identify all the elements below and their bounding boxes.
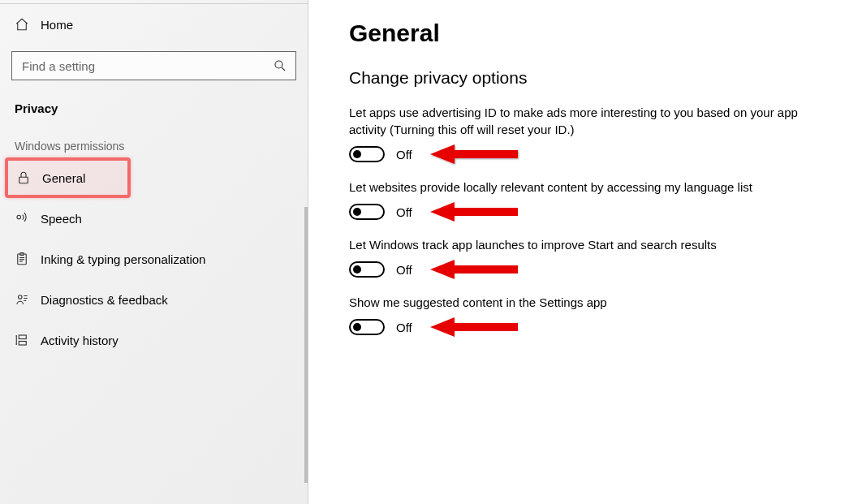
sidebar-item-inking[interactable]: Inking & typing personalization — [0, 239, 308, 279]
toggle-state-label: Off — [396, 263, 412, 277]
sidebar-item-speech-label: Speech — [41, 212, 82, 226]
search-input-container[interactable] — [11, 51, 296, 80]
toggle-track-launches[interactable] — [349, 261, 385, 278]
home-icon — [15, 17, 29, 32]
setting-suggested-content: Show me suggested content in the Setting… — [349, 294, 820, 335]
sidebar: Home Privacy Windows permissions General — [0, 0, 308, 504]
sidebar-item-diagnostics-label: Diagnostics & feedback — [41, 293, 168, 307]
sidebar-item-diagnostics[interactable]: Diagnostics & feedback — [0, 279, 308, 320]
search-input[interactable] — [20, 58, 273, 74]
setting-track-launches: Let Windows track app launches to improv… — [349, 236, 820, 278]
sidebar-item-speech[interactable]: Speech — [0, 198, 308, 239]
setting-desc: Let websites provide locally relevant co… — [349, 179, 820, 196]
svg-rect-13 — [19, 335, 26, 339]
svg-marker-16 — [430, 202, 518, 222]
setting-desc: Show me suggested content in the Setting… — [349, 294, 820, 311]
feedback-icon — [15, 292, 29, 307]
sidebar-home-label: Home — [41, 18, 73, 32]
speech-icon — [15, 211, 29, 226]
toggle-state-label: Off — [396, 205, 412, 219]
svg-marker-17 — [430, 260, 518, 279]
toggle-language-list[interactable] — [349, 204, 385, 220]
svg-line-1 — [282, 67, 285, 71]
svg-marker-18 — [430, 317, 518, 337]
toggle-state-label: Off — [396, 148, 412, 162]
sidebar-item-inking-label: Inking & typing personalization — [41, 252, 205, 266]
sidebar-scrollbar[interactable] — [304, 207, 308, 483]
page-title: General — [349, 19, 833, 47]
setting-desc: Let Windows track app launches to improv… — [349, 236, 820, 253]
svg-point-9 — [19, 295, 23, 299]
setting-advertising-id: Let apps use advertising ID to make ads … — [349, 104, 820, 162]
annotation-arrow-icon — [430, 257, 519, 282]
svg-marker-15 — [430, 144, 518, 164]
toggle-advertising-id[interactable] — [349, 146, 385, 162]
sidebar-category-title: Privacy — [0, 87, 308, 123]
annotation-arrow-icon — [430, 200, 519, 224]
toggle-suggested-content[interactable] — [349, 319, 385, 335]
annotation-arrow-icon — [430, 142, 519, 166]
clipboard-icon — [15, 252, 29, 266]
search-icon — [273, 58, 287, 73]
sidebar-group-label: Windows permissions — [0, 123, 308, 157]
sidebar-item-general[interactable]: General — [8, 161, 127, 195]
toggle-state-label: Off — [396, 321, 412, 334]
svg-rect-2 — [19, 177, 28, 183]
setting-language-list: Let websites provide locally relevant co… — [349, 179, 820, 220]
setting-desc: Let apps use advertising ID to make ads … — [349, 104, 820, 138]
svg-point-3 — [17, 215, 21, 219]
activity-history-icon — [15, 333, 29, 347]
svg-rect-14 — [19, 342, 26, 346]
sidebar-item-home[interactable]: Home — [0, 4, 308, 45]
sidebar-item-activity[interactable]: Activity history — [0, 320, 308, 360]
sidebar-item-general-label: General — [42, 171, 85, 185]
sidebar-item-activity-label: Activity history — [41, 334, 119, 347]
svg-point-0 — [275, 61, 282, 68]
page-subtitle: Change privacy options — [349, 68, 833, 88]
annotation-arrow-icon — [430, 315, 519, 339]
main-content: General Change privacy options Let apps … — [308, 0, 862, 504]
selected-highlight: General — [5, 157, 131, 198]
lock-icon — [16, 170, 31, 185]
